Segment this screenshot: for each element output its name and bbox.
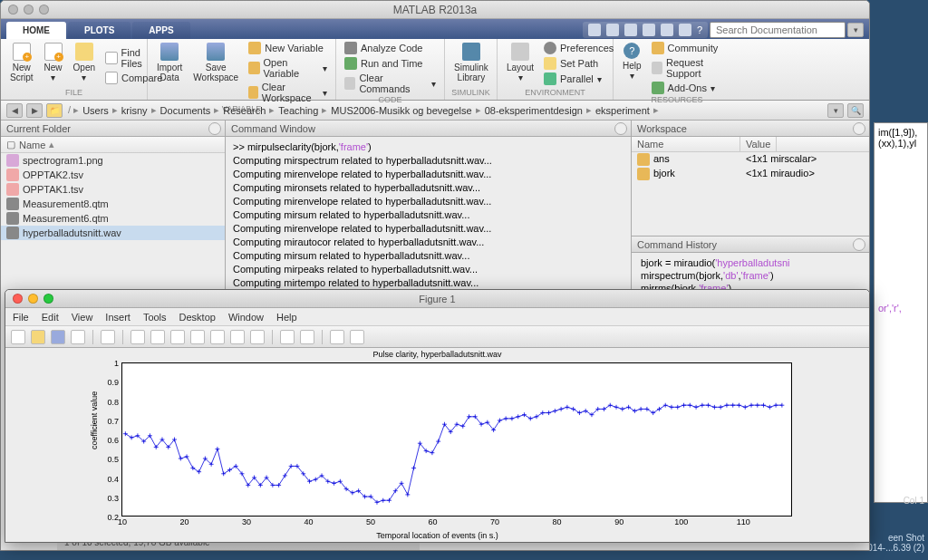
open-figure-icon[interactable] — [31, 330, 45, 344]
show-plot-tools-icon[interactable] — [350, 330, 364, 344]
file-icon — [6, 154, 19, 167]
menu-view[interactable]: View — [72, 312, 93, 323]
qat-paste-icon[interactable] — [643, 24, 655, 36]
breadcrumb-segment[interactable]: eksperiment — [595, 105, 650, 116]
breadcrumb-segment[interactable]: 08-eksperimentdesign — [485, 105, 583, 116]
zoom-out-icon[interactable] — [150, 330, 165, 344]
breadcrumb-segment[interactable]: Research — [223, 105, 266, 116]
file-row[interactable]: OPPTAK2.tsv — [1, 168, 225, 182]
minimize-toolstrip-button[interactable]: ▾ — [847, 23, 864, 37]
axes[interactable]: 0.20.30.40.50.60.70.80.91102030405060708… — [121, 362, 792, 517]
panel-menu-button[interactable] — [208, 122, 221, 135]
legend-icon[interactable] — [300, 330, 314, 344]
forward-button[interactable]: ▶ — [26, 103, 43, 118]
workspace-row[interactable]: bjork<1x1 miraudio> — [632, 167, 869, 181]
back-button[interactable]: ◀ — [6, 103, 23, 118]
pan-icon[interactable] — [170, 330, 185, 344]
panel-menu-button[interactable] — [853, 238, 865, 251]
new-button[interactable]: New▾ — [41, 41, 66, 84]
brush-icon[interactable] — [230, 330, 245, 344]
menu-insert[interactable]: Insert — [105, 312, 130, 323]
menu-tools[interactable]: Tools — [143, 312, 167, 323]
breadcrumb-segment[interactable]: Users — [82, 105, 109, 116]
tab-home[interactable]: HOME — [6, 22, 66, 39]
new-variable-button[interactable]: New Variable — [246, 41, 330, 55]
line-chart — [122, 363, 791, 516]
parallel-button[interactable]: Parallel ▾ — [541, 72, 616, 86]
clear-commands-button[interactable]: Clear Commands ▾ — [342, 72, 439, 95]
qat-save-icon[interactable] — [588, 24, 601, 36]
clear-workspace-button[interactable]: Clear Workspace ▾ — [246, 81, 330, 104]
qat-copy-icon[interactable] — [624, 24, 637, 36]
analyze-code-button[interactable]: Analyze Code — [342, 41, 439, 55]
link-icon[interactable] — [250, 330, 265, 344]
file-name: Measurement8.qtm — [23, 198, 109, 209]
workspace-row[interactable]: ans<1x1 mirscalar> — [632, 152, 869, 167]
file-row[interactable]: hyperballadutsnitt.wav — [1, 226, 225, 240]
up-folder-button[interactable]: 📁 — [46, 103, 63, 118]
breadcrumb[interactable]: / ▸ Users▸krisny▸Documents▸Research▸Teac… — [66, 104, 824, 116]
menu-desktop[interactable]: Desktop — [179, 312, 216, 323]
import-data-button[interactable]: Import Data — [153, 41, 186, 84]
breadcrumb-segment[interactable]: krisny — [121, 105, 148, 116]
file-row[interactable]: Measurement6.qtm — [1, 211, 225, 226]
history-line[interactable]: mirspectrum(bjork,'db','frame') — [641, 269, 860, 282]
history-line[interactable]: bjork = miraudio('hyperballadutsni — [641, 256, 860, 269]
layout-button[interactable]: Layout▾ — [503, 41, 537, 84]
address-bar: ◀ ▶ 📁 / ▸ Users▸krisny▸Documents▸Researc… — [1, 101, 869, 121]
menu-file[interactable]: File — [13, 312, 29, 323]
close-icon[interactable] — [8, 5, 18, 14]
data-cursor-icon[interactable] — [210, 330, 225, 344]
save-workspace-button[interactable]: Save Workspace — [189, 41, 242, 84]
new-script-button[interactable]: New Script — [6, 41, 37, 84]
pointer-icon[interactable] — [101, 330, 115, 344]
qat-help-icon[interactable]: ? — [697, 24, 702, 35]
zoom-icon[interactable] — [39, 5, 49, 14]
tab-plots[interactable]: PLOTS — [68, 22, 130, 39]
preferences-button[interactable]: Preferences — [541, 41, 616, 55]
qat-redo-icon[interactable] — [679, 24, 691, 36]
minimize-icon[interactable] — [24, 5, 34, 14]
hide-plot-tools-icon[interactable] — [330, 330, 344, 344]
breadcrumb-segment[interactable]: Teaching — [278, 105, 318, 116]
new-figure-icon[interactable] — [11, 330, 25, 344]
search-folder-button[interactable]: 🔍 — [847, 103, 864, 118]
help-button[interactable]: ?Help▾ — [619, 41, 645, 82]
request-support-button[interactable]: Request Support — [649, 56, 735, 80]
zoom-in-icon[interactable] — [130, 330, 145, 344]
panel-menu-button[interactable] — [614, 122, 627, 135]
file-row[interactable]: spectrogram1.png — [1, 153, 225, 168]
menu-edit[interactable]: Edit — [42, 312, 59, 323]
breadcrumb-segment[interactable]: MUS2006-Musikk og bevegelse — [331, 105, 471, 116]
ws-col-value[interactable]: Value — [740, 137, 777, 151]
open-variable-button[interactable]: Open Variable ▾ — [246, 56, 330, 80]
close-icon[interactable] — [13, 294, 23, 304]
simulink-library-button[interactable]: Simulink Library — [450, 41, 492, 84]
browse-button[interactable]: ▾ — [827, 103, 844, 118]
qat-undo-icon[interactable] — [661, 24, 673, 36]
zoom-icon[interactable] — [44, 294, 53, 304]
column-name[interactable]: Name — [19, 140, 45, 150]
panel-menu-button[interactable] — [853, 122, 865, 135]
file-icon — [6, 198, 19, 210]
minimize-icon[interactable] — [28, 294, 38, 304]
rotate-icon[interactable] — [190, 330, 205, 344]
file-icon — [6, 212, 19, 225]
qat-cut-icon[interactable] — [606, 24, 619, 36]
print-icon[interactable] — [71, 330, 85, 344]
community-button[interactable]: Community — [649, 41, 735, 55]
menu-help[interactable]: Help — [276, 312, 297, 323]
set-path-button[interactable]: Set Path — [541, 56, 616, 71]
run-and-time-button[interactable]: Run and Time — [342, 56, 439, 71]
menu-window[interactable]: Window — [228, 312, 264, 323]
colorbar-icon[interactable] — [280, 330, 295, 344]
open-button[interactable]: Open▾ — [70, 41, 99, 84]
breadcrumb-segment[interactable]: Documents — [160, 105, 211, 116]
ws-col-name[interactable]: Name — [632, 137, 740, 151]
file-row[interactable]: Measurement8.qtm — [1, 197, 225, 211]
file-row[interactable]: OPPTAK1.tsv — [1, 182, 225, 197]
search-documentation-input[interactable] — [710, 22, 846, 38]
save-figure-icon[interactable] — [51, 330, 65, 344]
tab-apps[interactable]: APPS — [132, 22, 189, 39]
addons-button[interactable]: Add-Ons ▾ — [649, 81, 735, 95]
